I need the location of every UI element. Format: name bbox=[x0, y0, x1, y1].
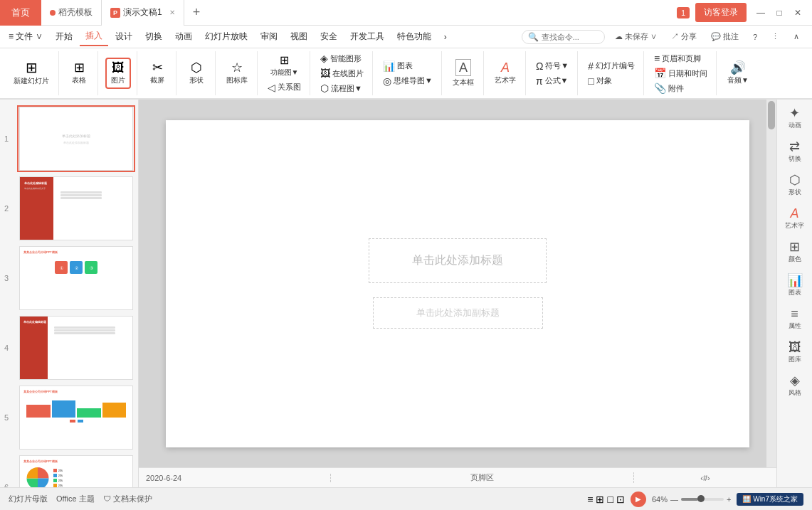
flowchart-button[interactable]: ⬡ 流程图▼ bbox=[317, 81, 367, 95]
menu-design[interactable]: 设计 bbox=[110, 28, 138, 46]
iconlib-button[interactable]: ☆ 图标库 bbox=[223, 59, 251, 87]
menu-review[interactable]: 审阅 bbox=[255, 28, 283, 46]
office-theme-label[interactable]: Office 主题 bbox=[56, 494, 95, 504]
help-action[interactable]: ? bbox=[749, 31, 761, 43]
grid-view-icon[interactable]: ⊞ bbox=[596, 494, 604, 505]
audio-icon: 🔊 bbox=[730, 61, 746, 74]
rightpanel-switch[interactable]: ⇄ 切换 bbox=[778, 136, 812, 168]
rightpanel-style[interactable]: ◈ 风格 bbox=[778, 370, 812, 402]
canvas-area[interactable]: 单击此处添加标题 单击此处添加副标题 bbox=[139, 100, 776, 467]
mindmap-button[interactable]: ◎ 思维导图▼ bbox=[380, 74, 436, 88]
rightpanel-chart[interactable]: 📊 图表 bbox=[778, 270, 812, 302]
menu-bar: ≡ 文件 ∨ 开始 插入 设计 切换 动画 幻灯片放映 审阅 视图 安全 开发工… bbox=[0, 26, 812, 48]
menu-view[interactable]: 视图 bbox=[285, 28, 313, 46]
slide-num-4: 4 bbox=[4, 344, 9, 352]
zoom-in-button[interactable]: + bbox=[727, 495, 731, 504]
rightpanel-arttext[interactable]: A 艺术字 bbox=[778, 203, 812, 235]
zoom-slider[interactable] bbox=[681, 498, 724, 501]
rightpanel-gallery[interactable]: 🖼 图库 bbox=[778, 336, 812, 368]
footer-date: 2020-6-24 bbox=[139, 474, 331, 482]
zoom-out-button[interactable]: — bbox=[670, 495, 678, 504]
datetime-button[interactable]: 📅 日期和时间 bbox=[651, 66, 710, 80]
shape-button[interactable]: ⬡ 形状 bbox=[184, 59, 209, 87]
slide-thumb-1[interactable]: 单击此处添加标题 单击此处添加副标题 bbox=[17, 105, 135, 172]
slide-thumb-5[interactable]: 某某企业公司介绍PPT模板 bbox=[17, 384, 135, 451]
menu-security[interactable]: 安全 bbox=[315, 28, 343, 46]
headerfooter-button[interactable]: ≡ 页眉和页脚 bbox=[651, 51, 710, 65]
tab-doc[interactable]: P 演示文稿1 ✕ bbox=[101, 0, 184, 26]
arttext-button[interactable]: A 艺术字 bbox=[491, 59, 520, 87]
slide-thumb-3[interactable]: 某某企业公司介绍PPT模板 ① ② ③ bbox=[17, 245, 135, 312]
play-button[interactable]: ▶ bbox=[631, 492, 646, 507]
rp-property-label: 属性 bbox=[789, 322, 801, 331]
right-panel: ✦ 动画 ⇄ 切换 ⬡ 形状 A 艺术字 ⊞ 颜色 📊 图表 ≡ 属性 🖼 bbox=[776, 100, 812, 487]
search-input[interactable] bbox=[542, 33, 599, 41]
screenshot-button[interactable]: ✂ 截屏 bbox=[144, 59, 170, 87]
shape-label: 形状 bbox=[189, 75, 204, 85]
object-button[interactable]: □ 对象 bbox=[585, 74, 638, 88]
object-label: 对象 bbox=[596, 75, 612, 86]
funcmap-button[interactable]: ⊞ 功能图▼ bbox=[265, 53, 304, 80]
tab-home[interactable]: 首页 bbox=[0, 0, 41, 26]
menu-slideshow[interactable]: 幻灯片放映 bbox=[199, 28, 253, 46]
collapse-action[interactable]: ∧ bbox=[789, 31, 803, 43]
smart-col: ◈ 智能图形 🖼 在线图片 ⬡ 流程图▼ bbox=[317, 51, 367, 95]
slide-thumb-6[interactable]: 某某企业公司介绍PPT模板 25% 25% 25% bbox=[17, 454, 135, 487]
symbol-button[interactable]: Ω 符号▼ bbox=[533, 59, 571, 73]
animation-icon: ✦ bbox=[789, 107, 800, 119]
rightpanel-property[interactable]: ≡ 属性 bbox=[778, 303, 812, 335]
fullscreen-view-icon[interactable]: ⊡ bbox=[616, 494, 625, 505]
rightpanel-shape[interactable]: ⬡ 形状 bbox=[778, 169, 812, 201]
table-button[interactable]: ⊞ 表格 bbox=[66, 59, 92, 87]
canvas-title-text: 单击此处添加标题 bbox=[412, 254, 503, 266]
maximize-button[interactable]: □ bbox=[771, 4, 788, 21]
share-action[interactable]: ↗ 分享 bbox=[667, 30, 701, 43]
tab-template[interactable]: 稻壳模板 bbox=[41, 0, 101, 26]
attachment-button[interactable]: 📎 附件 bbox=[651, 81, 710, 95]
close-tab-icon[interactable]: ✕ bbox=[169, 9, 175, 16]
slide-thumb-2[interactable]: 单击此处编辑标题 单击此处编辑内容文字 bbox=[17, 175, 135, 242]
tab-add-button[interactable]: + bbox=[184, 5, 209, 20]
menu-insert[interactable]: 插入 bbox=[80, 27, 108, 46]
formula-button[interactable]: π 公式▼ bbox=[533, 74, 571, 88]
unsaved-action[interactable]: ☁ 未保存 ∨ bbox=[611, 30, 661, 43]
doc-protect-label[interactable]: 🛡 文档未保护 bbox=[103, 494, 152, 504]
more-action[interactable]: ⋮ bbox=[767, 31, 784, 43]
slide-canvas: 单击此处添加标题 单击此处添加副标题 bbox=[166, 120, 749, 447]
slides-master-label[interactable]: 幻灯片母版 bbox=[9, 494, 48, 504]
newslide-button[interactable]: ⊞ 新建幻灯片 bbox=[10, 58, 53, 88]
search-box[interactable]: 🔍 bbox=[522, 30, 605, 44]
menu-devtools[interactable]: 开发工具 bbox=[344, 28, 390, 46]
animation-label: 动画 bbox=[789, 121, 801, 130]
rightpanel-color[interactable]: ⊞ 颜色 bbox=[778, 236, 812, 268]
slide-panel[interactable]: 1 单击此处添加标题 单击此处添加副标题 2 单击此处编辑标题 单击此处编辑内容… bbox=[0, 100, 139, 487]
canvas-scroll-thumb[interactable] bbox=[768, 101, 775, 129]
login-button[interactable]: 访客登录 bbox=[695, 3, 747, 22]
rp-chart-icon: 📊 bbox=[787, 274, 803, 287]
onlineimg-button[interactable]: 🖼 在线图片 bbox=[317, 66, 367, 80]
rightpanel-animation[interactable]: ✦ 动画 bbox=[778, 102, 812, 134]
menu-start[interactable]: 开始 bbox=[50, 28, 78, 46]
close-button[interactable]: ✕ bbox=[789, 4, 806, 21]
menu-more[interactable]: › bbox=[438, 29, 453, 45]
textbox-button[interactable]: A 文本框 bbox=[449, 57, 478, 90]
rp-gallery-label: 图库 bbox=[789, 355, 801, 364]
menu-switch[interactable]: 切换 bbox=[139, 28, 168, 46]
audio-button[interactable]: 🔊 音频▼ bbox=[724, 59, 752, 87]
menu-animation[interactable]: 动画 bbox=[169, 28, 198, 46]
chart-button[interactable]: 📊 图表 bbox=[380, 59, 436, 73]
smartshape-button[interactable]: ◈ 智能图形 bbox=[317, 51, 367, 65]
menu-file[interactable]: ≡ 文件 ∨ bbox=[3, 28, 48, 46]
list-view-icon[interactable]: ≡ bbox=[587, 494, 593, 505]
comment-action[interactable]: 💬 批注 bbox=[707, 30, 743, 43]
minimize-button[interactable]: — bbox=[752, 4, 769, 21]
image-button[interactable]: 🖼 图片 bbox=[105, 58, 131, 89]
normal-view-icon[interactable]: □ bbox=[607, 494, 613, 505]
canvas-scrollbar[interactable] bbox=[766, 100, 776, 467]
menu-features[interactable]: 特色功能 bbox=[391, 28, 437, 46]
relation-button[interactable]: ◁ 关系图 bbox=[265, 80, 304, 95]
slidenum-button[interactable]: # 幻灯片编号 bbox=[585, 59, 638, 73]
symbol-label: 符号▼ bbox=[545, 60, 569, 71]
slide-thumb-4[interactable]: 单击此处编辑标题 bbox=[17, 314, 135, 381]
win7-logo-area[interactable]: 🪟 Win7系统之家 bbox=[737, 493, 803, 506]
